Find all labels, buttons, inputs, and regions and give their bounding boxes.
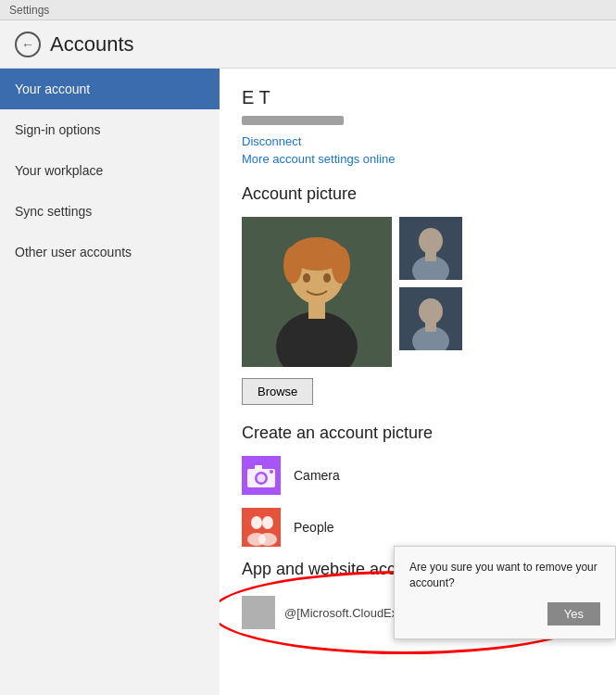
sidebar-item-sign-in-options[interactable]: Sign-in options bbox=[0, 109, 220, 150]
svg-point-8 bbox=[323, 273, 331, 283]
svg-rect-6 bbox=[308, 298, 325, 319]
password-bar bbox=[242, 116, 344, 125]
header: ← Accounts bbox=[0, 20, 616, 69]
sidebar: Your account Sign-in options Your workpl… bbox=[0, 69, 220, 695]
svg-point-4 bbox=[332, 246, 350, 284]
thumb-1 bbox=[399, 217, 462, 280]
people-icon bbox=[242, 508, 281, 547]
sidebar-item-your-account[interactable]: Your account bbox=[0, 69, 220, 109]
back-icon: ← bbox=[21, 37, 34, 52]
camera-icon-bg bbox=[242, 456, 281, 495]
create-picture-title: Create an account picture bbox=[242, 423, 594, 443]
camera-label: Camera bbox=[294, 468, 340, 483]
main-layout: Your account Sign-in options Your workpl… bbox=[0, 69, 616, 695]
sidebar-item-your-workplace[interactable]: Your workplace bbox=[0, 150, 220, 191]
page-title: Accounts bbox=[50, 32, 134, 57]
svg-point-26 bbox=[262, 516, 273, 529]
svg-point-20 bbox=[258, 474, 266, 483]
pictures-row bbox=[242, 217, 594, 367]
svg-point-3 bbox=[283, 246, 302, 284]
confirm-yes-button[interactable]: Yes bbox=[547, 602, 600, 626]
confirm-text: Are you sure you want to remove your acc… bbox=[409, 560, 600, 591]
people-item[interactable]: People bbox=[242, 508, 594, 547]
title-bar-label: Settings bbox=[9, 4, 49, 17]
thumb-2 bbox=[399, 287, 462, 350]
svg-point-27 bbox=[258, 533, 277, 546]
svg-rect-16 bbox=[425, 322, 436, 332]
svg-point-24 bbox=[251, 516, 262, 529]
svg-point-22 bbox=[270, 470, 273, 474]
thumb-1-svg bbox=[399, 217, 462, 280]
camera-icon bbox=[242, 456, 281, 495]
camera-item[interactable]: Camera bbox=[242, 456, 594, 495]
browse-button[interactable]: Browse bbox=[242, 378, 313, 405]
pic-thumbs bbox=[399, 217, 462, 367]
content-area: E T Disconnect More account settings onl… bbox=[220, 69, 616, 695]
sidebar-item-sync-settings[interactable]: Sync settings bbox=[0, 191, 220, 232]
main-avatar bbox=[242, 217, 392, 367]
confirm-dialog: Are you sure you want to remove your acc… bbox=[394, 546, 616, 639]
people-icon-bg bbox=[242, 508, 281, 547]
back-button[interactable]: ← bbox=[15, 32, 41, 57]
svg-point-10 bbox=[419, 228, 443, 254]
main-avatar-svg bbox=[242, 217, 392, 367]
svg-rect-21 bbox=[255, 465, 262, 470]
people-label: People bbox=[294, 520, 334, 535]
sidebar-item-other-user-accounts[interactable]: Other user accounts bbox=[0, 232, 220, 272]
account-picture-title: Account picture bbox=[242, 184, 594, 204]
user-name: E T bbox=[242, 87, 594, 108]
title-bar: Settings bbox=[0, 0, 616, 20]
svg-point-14 bbox=[419, 298, 443, 324]
svg-rect-12 bbox=[425, 252, 436, 261]
thumb-2-svg bbox=[399, 287, 462, 350]
more-account-settings-link[interactable]: More account settings online bbox=[242, 152, 594, 166]
app-account-icon bbox=[242, 596, 275, 629]
disconnect-link[interactable]: Disconnect bbox=[242, 134, 594, 148]
svg-point-7 bbox=[303, 273, 310, 283]
